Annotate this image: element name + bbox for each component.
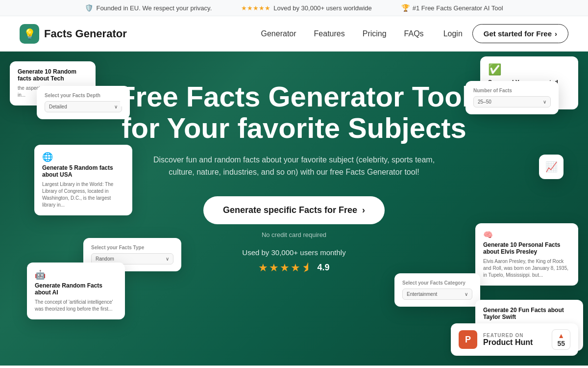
nav-actions: Login Get started for Free ›: [443, 24, 568, 43]
users-count-text: Used by 30,000+ users monthly: [242, 248, 345, 257]
product-hunt-logo: P: [459, 330, 477, 349]
star-icons: ★★★★★: [241, 4, 270, 12]
nav-generator[interactable]: Generator: [261, 29, 296, 38]
card-facts-category: Select your Facts Category Entertainment…: [394, 273, 480, 307]
arrow-icon: ›: [555, 29, 557, 38]
get-started-button[interactable]: Get started for Free ›: [472, 24, 568, 43]
product-hunt-text: FEATURED ON Product Hunt: [483, 333, 546, 347]
hero-subtitle: Discover fun and random facts about your…: [142, 154, 446, 179]
star-rating-icons: ★★★★⯨: [258, 262, 313, 274]
card-usa-facts: 🌐 Generate 5 Random facts about USA Larg…: [34, 145, 132, 215]
chevron-down-icon: ∨: [543, 99, 546, 105]
no-credit-card-text: No credit card required: [262, 231, 326, 238]
logo-icon: 💡: [20, 24, 39, 44]
banner-award: 🏆 #1 Free Facts Generator AI Tool: [401, 4, 503, 12]
navbar: 💡 Facts Generator Generator Features Pri…: [0, 16, 588, 52]
logo[interactable]: 💡 Facts Generator: [20, 24, 127, 44]
robot-icon: 🤖: [35, 269, 117, 280]
featured-on-label: FEATURED ON: [483, 333, 546, 338]
card-num-facts: Number of Facts 25–50 ∨: [466, 81, 559, 114]
card-chart: 📈: [539, 155, 564, 179]
chevron-down-icon: ∨: [114, 104, 118, 109]
upvote-arrow-icon: ▲: [558, 332, 564, 340]
num-facts-select[interactable]: 25–50 ∨: [473, 96, 551, 107]
rating-number: 4.9: [317, 263, 329, 273]
banner-privacy: 🛡️ Founded in EU. We respect your privac…: [85, 4, 212, 12]
logo-text: Facts Generator: [44, 27, 127, 40]
vote-count: 55: [557, 340, 565, 347]
nav-features[interactable]: Features: [314, 29, 345, 38]
login-button[interactable]: Login: [443, 29, 463, 38]
hero-cta-button[interactable]: Generate specific Facts for Free ›: [203, 196, 385, 224]
card-success: ✅ Success! Your generated facts a... ...…: [480, 56, 578, 109]
globe-icon: 🌐: [42, 152, 124, 162]
shield-icon: 🛡️: [85, 4, 93, 12]
card-tech-facts: Generate 10 Random facts about Tech the …: [10, 61, 96, 105]
card-elvis-facts: 🧠 Generate 10 Personal Facts about Elvis…: [475, 223, 578, 286]
arrow-right-icon: ›: [362, 205, 365, 215]
product-hunt-name: Product Hunt: [483, 338, 546, 347]
nav-faqs[interactable]: FAQs: [404, 29, 424, 38]
card-ai-facts: 🤖 Generate Random Facts about AI The con…: [27, 263, 125, 319]
hero-content: Free Facts Generator Tool for Your favor…: [118, 81, 470, 274]
hero-rating: ★★★★⯨ 4.9: [258, 262, 329, 274]
hero-section: Generate 10 Random facts about Tech the …: [0, 52, 588, 366]
top-banner: 🛡️ Founded in EU. We respect your privac…: [0, 0, 588, 16]
brain-icon: 🧠: [483, 230, 570, 239]
banner-users: ★★★★★ Loved by 30,000+ users worldwide: [241, 4, 372, 12]
hero-title: Free Facts Generator Tool for Your favor…: [118, 81, 470, 144]
facts-category-select[interactable]: Entertainment ∨: [402, 289, 472, 300]
nav-links: Generator Features Pricing FAQs: [261, 29, 424, 38]
nav-pricing[interactable]: Pricing: [363, 29, 387, 38]
checkmark-icon: ✅: [488, 63, 570, 76]
card-facts-depth: Select your Facts Depth Detailed ∨: [37, 86, 130, 119]
product-hunt-votes[interactable]: ▲ 55: [552, 329, 570, 350]
chevron-down-icon: ∨: [465, 291, 468, 297]
trending-up-icon: 📈: [545, 161, 558, 173]
trophy-icon: 🏆: [401, 4, 410, 12]
facts-depth-select[interactable]: Detailed ∨: [45, 101, 122, 112]
product-hunt-badge[interactable]: P FEATURED ON Product Hunt ▲ 55: [451, 323, 578, 356]
